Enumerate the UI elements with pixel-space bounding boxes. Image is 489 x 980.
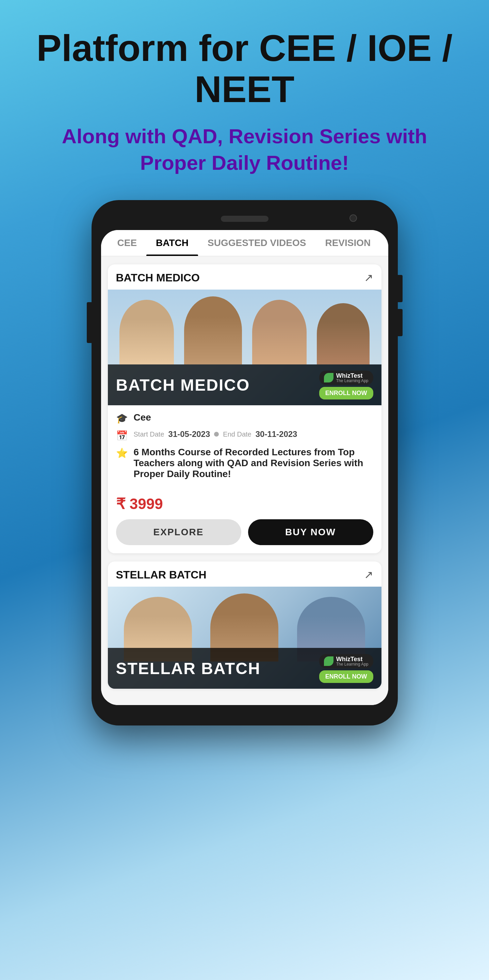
buy-now-button[interactable]: BUY NOW (248, 519, 373, 545)
face-3 (252, 300, 307, 364)
tab-revision[interactable]: REVISION (315, 230, 380, 256)
tab-cee[interactable]: CEE (108, 230, 147, 256)
phone-speaker (221, 216, 269, 222)
page-title: Platform for CEE / IOE / NEET (0, 27, 489, 110)
faces-row (108, 290, 381, 364)
category-row: 🎓 Cee (116, 412, 373, 424)
batch-medico-header: BATCH MEDICO ↗︎ (108, 264, 381, 290)
tab-more[interactable]: D (380, 230, 388, 256)
batch-medico-title: BATCH MEDICO (116, 272, 200, 284)
volume-down-button (398, 309, 403, 336)
whiztest-sub: The Learning App (336, 379, 368, 383)
batch-description: 6 Months Course of Recorded Lectures fro… (134, 447, 373, 479)
face-2 (184, 296, 242, 364)
phone-notch (101, 210, 388, 227)
stellar-whiztest-badge: WhizTest The Learning App ENROLL NOW (319, 654, 373, 683)
stellar-image-overlay: STELLAR BATCH WhizTest The Learning App … (108, 648, 381, 689)
end-date-value: 30-11-2023 (256, 430, 298, 439)
stellar-share-icon[interactable]: ↗︎ (364, 568, 373, 581)
batch-image-overlay: BATCH MEDICO WhizTest The Learning App E… (108, 364, 381, 405)
stellar-whiztest-name: WhizTest (336, 656, 368, 662)
date-details: Start Date 31-05-2023 End Date 30-11-202… (134, 430, 298, 439)
star-icon: ⭐ (116, 447, 128, 459)
tab-suggested-videos[interactable]: SUGGESTED VIDEOS (198, 230, 315, 256)
stellar-batch-image: STELLAR BATCH WhizTest The Learning App … (108, 587, 381, 689)
face-1 (119, 300, 174, 364)
phone-mockup: CEE BATCH SUGGESTED VIDEOS REVISION D BA… (92, 200, 398, 725)
phone-screen: CEE BATCH SUGGESTED VIDEOS REVISION D BA… (101, 230, 388, 705)
whiztest-badge: WhizTest The Learning App ENROLL NOW (319, 371, 373, 399)
tab-bar: CEE BATCH SUGGESTED VIDEOS REVISION D (101, 230, 388, 256)
stellar-whiztest-logo: WhizTest The Learning App (319, 654, 373, 668)
share-icon[interactable]: ↗︎ (364, 271, 373, 284)
stellar-whiztest-sub: The Learning App (336, 662, 368, 666)
stellar-whiz-leaf-icon (324, 656, 333, 666)
tab-batch[interactable]: BATCH (147, 230, 198, 256)
graduation-icon: 🎓 (116, 413, 128, 424)
whiztest-logo: WhizTest The Learning App (319, 371, 373, 385)
end-date-label: End Date (223, 430, 251, 438)
whiztest-text: WhizTest The Learning App (336, 372, 368, 383)
enroll-badge[interactable]: ENROLL NOW (319, 387, 373, 399)
screen-content: BATCH MEDICO ↗︎ BATCH MEDICO (101, 256, 388, 705)
batch-price: ₹ 3999 (108, 492, 381, 516)
date-row: 📅 Start Date 31-05-2023 End Date 30-11-2… (116, 430, 373, 441)
whiztest-name: WhizTest (336, 372, 368, 379)
batch-medico-image: BATCH MEDICO WhizTest The Learning App E… (108, 290, 381, 405)
face-4 (317, 303, 370, 364)
batch-image-text: BATCH MEDICO (116, 375, 250, 395)
start-date-value: 31-05-2023 (169, 430, 210, 439)
power-button (87, 302, 92, 343)
stellar-batch-header: STELLAR BATCH ↗︎ (108, 562, 381, 587)
batch-medico-card: BATCH MEDICO ↗︎ BATCH MEDICO (108, 264, 381, 553)
stellar-batch-card: STELLAR BATCH ↗︎ STELLAR BATCH (108, 562, 381, 689)
stellar-whiztest-text: WhizTest The Learning App (336, 656, 368, 666)
date-separator (214, 432, 219, 437)
start-date-label: Start Date (134, 430, 164, 438)
stellar-image-text: STELLAR BATCH (116, 659, 261, 678)
explore-button[interactable]: EXPLORE (116, 519, 241, 545)
phone-camera (349, 215, 357, 222)
calendar-icon: 📅 (116, 430, 128, 441)
description-row: ⭐ 6 Months Course of Recorded Lectures f… (116, 447, 373, 479)
button-row: EXPLORE BUY NOW (108, 516, 381, 553)
whiz-leaf-icon (324, 373, 333, 382)
stellar-enroll-badge[interactable]: ENROLL NOW (319, 670, 373, 683)
page-subtitle: Along with QAD, Revision Series with Pro… (0, 123, 489, 176)
stellar-batch-title: STELLAR BATCH (116, 569, 207, 581)
batch-info: 🎓 Cee 📅 Start Date 31-05-2023 End Date 3… (108, 405, 381, 492)
volume-up-button (398, 275, 403, 302)
category-label: Cee (134, 412, 151, 423)
